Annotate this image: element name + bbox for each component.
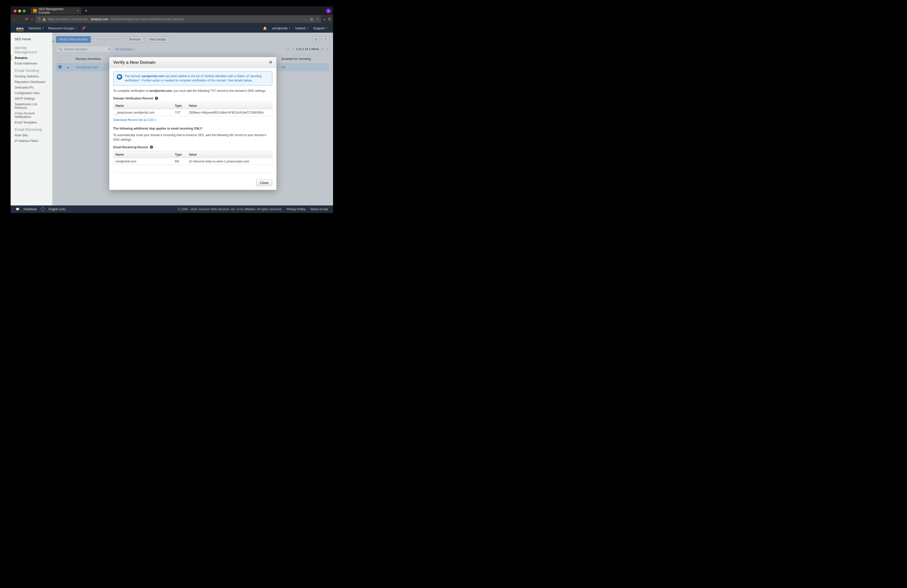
sidebar-ses-home[interactable]: SES Home [11,36,52,43]
more-dots-icon[interactable]: ⋯ [304,18,307,21]
sidebar-item-email-addresses[interactable]: Email Addresses [11,61,52,66]
download-csv-link[interactable]: Download Record Set as CSV » [114,118,157,122]
extension-badge-icon[interactable]: ∞ [326,8,331,13]
sidebar-section-identity: Identity Management [11,43,52,55]
col-type: Type [173,151,187,158]
copyright-text: © 2008 - 2020, Amazon Web Services, Inc.… [178,207,282,211]
feedback-icon[interactable]: 💬 [16,207,19,211]
close-button[interactable]: Close [256,179,272,186]
sidebar-item-domains[interactable]: Domains [11,55,52,61]
browser-window: SES Management Console × + ∞ ← → ⟳ ⌂ ⓘ🔒 … [11,6,333,213]
feedback-link[interactable]: Feedback [24,207,37,211]
modal-overlay: Verify a New Domain ✕ 💬 The domain sendp… [52,33,333,205]
favicon-icon [33,9,37,13]
close-window-icon[interactable] [14,10,16,13]
reload-icon[interactable]: ⟳ [25,17,28,21]
url-prefix: https://eu-west-1.console.aws. [48,18,89,21]
resource-groups-menu[interactable]: Resource Groups ▾ [48,26,77,30]
aws-logo[interactable]: aws [16,26,24,30]
sidebar-item-smtp[interactable]: SMTP Settings [11,96,52,101]
aws-footer: 💬 Feedback English (US) © 2008 - 2020, A… [11,205,333,213]
sidebar-item-config-sets[interactable]: Configuration Sets [11,90,52,96]
toolbar-row: ← → ⟳ ⌂ ⓘ🔒 https://eu-west-1.console.aws… [11,14,333,24]
minimize-window-icon[interactable] [18,10,21,13]
sidebar-item-ip-filters[interactable]: IP Address Filters [11,138,52,144]
col-name: Name [114,102,173,109]
globe-icon [41,207,45,211]
txt-value: Z959esc+M4pwvtdRG1hBwYxFlE/1hVtUtwTCS6l0… [187,109,272,116]
region-menu[interactable]: Ireland ▾ [295,26,308,30]
close-tab-icon[interactable]: × [77,9,79,13]
sidebar-item-sending-stats[interactable]: Sending Statistics [11,74,52,79]
mx-instruction: To automatically route your domain's inc… [114,133,272,142]
info-icon[interactable]: i [155,97,158,100]
close-icon[interactable]: ✕ [269,60,272,65]
col-value: Value [187,102,272,109]
col-value: Value [187,151,272,158]
verify-domain-modal: Verify a New Domain ✕ 💬 The domain sendp… [109,57,277,190]
privacy-link[interactable]: Privacy Policy [287,207,306,211]
alert-text: The domain sendportal.com has been added… [125,74,269,83]
info-icon[interactable]: i [150,146,153,149]
sidebar-item-reputation[interactable]: Reputation Dashboard [11,79,52,85]
services-menu[interactable]: Services ▾ [28,26,44,30]
url-bar[interactable]: ⓘ🔒 https://eu-west-1.console.aws.amazon.… [36,16,321,23]
sidebar-item-cross-account[interactable]: Cross-Account Notifications [11,111,52,120]
url-host: amazon.com [91,18,108,21]
support-menu[interactable]: Support ▾ [313,26,327,30]
forward-icon: → [19,17,22,21]
mx-value: 10 inbound-smtp.eu-west-1.amazonaws.com [187,158,272,165]
window-controls [14,10,26,13]
txt-record-table: Name Type Value _amazonses.sendportal.co… [114,102,272,116]
mx-name: sendportal.com [114,158,173,165]
mx-record-table: Name Type Value sendportal.com MX 10 inb… [114,151,272,165]
dvr-heading: Domain Verification Record i [114,97,272,100]
email-receiving-heading: Email Receiving Record i [114,146,272,149]
bookmark-icon[interactable]: ☆ [316,18,319,21]
col-type: Type [173,102,187,109]
sidebar-item-templates[interactable]: Email Templates [11,120,52,125]
url-path: /ses/home?region=eu-west-1#verified-send… [111,18,185,21]
sidebar-item-rule-sets[interactable]: Rule Sets [11,133,52,138]
new-tab-button[interactable]: + [83,8,89,14]
lock-icon: 🔒 [42,18,46,21]
sidebar-item-suppression[interactable]: Suppression List Removal [11,101,52,111]
browser-tab[interactable]: SES Management Console × [30,7,81,14]
tab-title: SES Management Console [39,7,75,14]
main-panel: Verify a New Domain Send a Test Email Re… [52,33,333,205]
language-selector[interactable]: English (US) [49,207,66,211]
info-alert: 💬 The domain sendportal.com has been add… [114,71,272,85]
aws-nav: aws Services ▾ Resource Groups ▾ 📌 🔔 sen… [11,24,333,33]
mx-type: MX [173,158,187,165]
site-info-icon[interactable]: ⓘ [38,17,41,21]
modal-title: Verify a New Domain [114,60,155,65]
terms-link[interactable]: Terms of Use [310,207,328,211]
pin-icon[interactable]: 📌 [82,26,85,30]
maximize-window-icon[interactable] [23,10,26,13]
sidebar-section-receiving: Email Receiving [11,125,52,133]
back-icon[interactable]: ← [13,17,16,21]
sidebar-section-sending: Email Sending [11,66,52,74]
mx-heading: The following additional step applies to… [114,127,203,130]
notification-icon[interactable]: 🔔 [263,26,267,30]
txt-name: _amazonses.sendportal.com [114,109,173,116]
instruction-text: To complete verification of sendportal.c… [114,88,272,93]
col-name: Name [114,151,173,158]
hamburger-icon[interactable]: ☰ [328,17,331,21]
overflow-icon[interactable]: » [324,17,325,21]
home-icon[interactable]: ⌂ [31,17,33,21]
sidebar-item-dedicated-ips[interactable]: Dedicated IPs [11,85,52,90]
txt-type: TXT [173,109,187,116]
sidebar: ◀ SES Home Identity Management Domains E… [11,33,52,205]
account-menu[interactable]: sendportal ▾ [272,26,290,30]
speech-bubble-icon: 💬 [117,74,122,80]
tab-bar: SES Management Console × + ∞ [11,6,333,14]
page-viewport: aws Services ▾ Resource Groups ▾ 📌 🔔 sen… [11,24,333,213]
reader-icon[interactable]: ▥ [310,18,313,21]
